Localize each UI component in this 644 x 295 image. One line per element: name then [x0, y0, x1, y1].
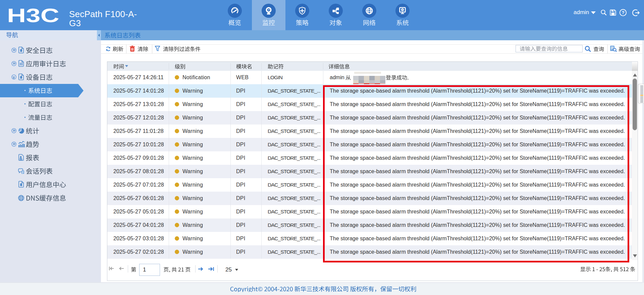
svg-text:?: ? — [622, 10, 624, 15]
